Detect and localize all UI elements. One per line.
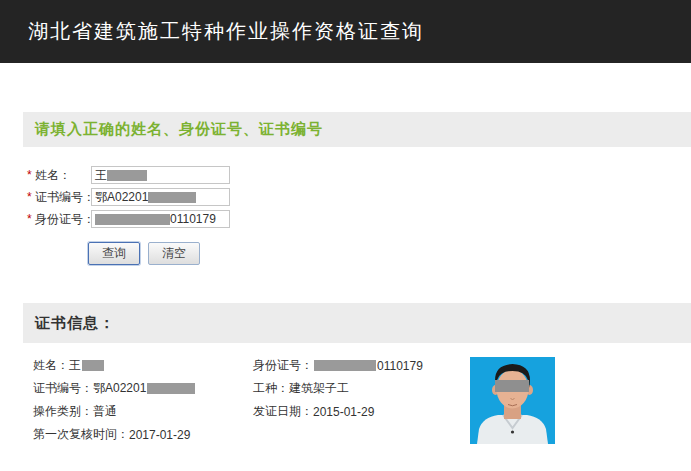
name-input[interactable]: 王: [91, 166, 230, 184]
cert-info-header: 证书信息：: [23, 303, 691, 343]
info-value: 普通: [93, 403, 117, 420]
info-label: 姓名：: [33, 357, 69, 374]
cert-no-input-value: 鄂A02201: [95, 189, 148, 206]
info-trade: 工种：建筑架子工: [253, 377, 423, 400]
cert-no-field-row: * 证书编号： 鄂A02201: [27, 188, 230, 206]
name-field-label: 姓名：: [35, 167, 91, 184]
info-label: 身份证号：: [253, 357, 313, 374]
info-value: 2017-01-29: [129, 428, 190, 442]
cert-info-title: 证书信息：: [35, 314, 115, 333]
redacted-text: [314, 360, 376, 371]
name-field-row: * 姓名： 王: [27, 166, 230, 184]
notice-text: 请填入正确的姓名、身份证号、证书编号: [35, 120, 323, 139]
id-no-field-label: 身份证号：: [35, 211, 91, 228]
id-photo: [470, 357, 555, 444]
info-issue-date: 发证日期：2015-01-29: [253, 400, 423, 423]
info-value: 0110179: [377, 359, 423, 373]
required-marker: *: [27, 210, 35, 228]
redacted-text: [107, 170, 147, 181]
info-label: 证书编号：: [33, 380, 93, 397]
info-cert-no: 证书编号：鄂A02201: [33, 377, 196, 400]
redacted-text: [148, 192, 196, 203]
cert-no-input[interactable]: 鄂A02201: [91, 188, 230, 206]
redacted-text: [147, 383, 195, 394]
info-value: 王: [69, 357, 81, 374]
notice-bar: 请填入正确的姓名、身份证号、证书编号: [23, 112, 691, 147]
info-label: 工种：: [253, 380, 289, 397]
cert-info-right-column: 身份证号：0110179 工种：建筑架子工 发证日期：2015-01-29: [253, 354, 423, 423]
info-label: 操作类别：: [33, 403, 93, 420]
redacted-text: [95, 214, 170, 225]
info-name: 姓名：王: [33, 354, 196, 377]
required-marker: *: [27, 166, 35, 184]
info-first-review-date: 第一次复核时间：2017-01-29: [33, 423, 196, 446]
redacted-text: [82, 360, 104, 371]
info-id-no: 身份证号：0110179: [253, 354, 423, 377]
page-title: 湖北省建筑施工特种作业操作资格证查询: [28, 18, 424, 45]
id-no-input[interactable]: 0110179: [91, 210, 230, 228]
info-operation-category: 操作类别：普通: [33, 400, 196, 423]
info-value: 2015-01-29: [313, 405, 374, 419]
clear-button[interactable]: 清空: [148, 242, 200, 265]
form-buttons: 查询 清空: [88, 242, 200, 265]
id-no-input-value: 0110179: [170, 212, 216, 226]
app-header: 湖北省建筑施工特种作业操作资格证查询: [0, 0, 691, 63]
info-value: 建筑架子工: [289, 380, 349, 397]
info-value: 鄂A02201: [93, 380, 146, 397]
cert-no-field-label: 证书编号：: [35, 189, 91, 206]
page: 湖北省建筑施工特种作业操作资格证查询 请填入正确的姓名、身份证号、证书编号 * …: [0, 0, 691, 471]
query-form: * 姓名： 王 * 证书编号： 鄂A02201 * 身份证号： 0110179: [27, 166, 230, 232]
cert-info-left-column: 姓名：王 证书编号：鄂A02201 操作类别：普通 第一次复核时间：2017-0…: [33, 354, 196, 446]
info-label: 第一次复核时间：: [33, 426, 129, 443]
required-marker: *: [27, 188, 35, 206]
id-no-field-row: * 身份证号： 0110179: [27, 210, 230, 228]
info-label: 发证日期：: [253, 403, 313, 420]
name-input-value: 王: [95, 167, 107, 184]
query-button[interactable]: 查询: [88, 242, 140, 265]
